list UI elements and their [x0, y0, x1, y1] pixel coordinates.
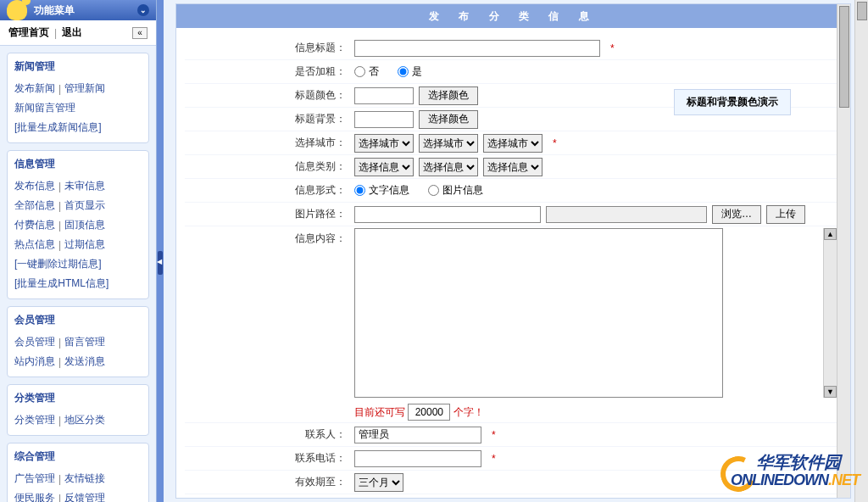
- input-contact[interactable]: [354, 427, 481, 443]
- page-title: 发 布 分 类 信 息: [176, 4, 850, 28]
- required-icon: *: [492, 429, 496, 441]
- radio-form-text[interactable]: [354, 185, 365, 196]
- menu-link[interactable]: 付费信息: [14, 218, 55, 232]
- select-cat-1[interactable]: 选择信息: [354, 158, 414, 176]
- menu-link[interactable]: 管理新闻: [64, 81, 105, 96]
- required-icon: *: [553, 137, 557, 149]
- menu-link[interactable]: [批量生成新闻信息]: [14, 120, 102, 135]
- browse-button[interactable]: 浏览…: [712, 205, 761, 224]
- menu-link[interactable]: 分类管理: [14, 413, 55, 427]
- group-icon: [126, 156, 142, 171]
- menu-link[interactable]: 广告管理: [14, 471, 55, 486]
- select-cat-2[interactable]: 选择信息: [419, 158, 478, 176]
- label-bold: 是否加粗：: [185, 64, 354, 79]
- menu-row: 会员管理|留言管理: [14, 332, 142, 352]
- menu-group: 综合管理广告管理|友情链接便民服务|反馈管理图片链接: [7, 443, 149, 502]
- input-title-color[interactable]: [354, 87, 414, 104]
- menu-link[interactable]: 会员管理: [14, 335, 55, 349]
- char-counter: 目前还可写 个字！: [354, 404, 837, 421]
- menu-link[interactable]: 未审信息: [64, 179, 105, 193]
- char-count-field[interactable]: [408, 404, 450, 421]
- menu-row: 发布新闻|管理新闻: [14, 79, 142, 98]
- menu-link[interactable]: 反馈管理: [64, 491, 105, 502]
- menu-row: 发布信息|未审信息: [14, 176, 142, 196]
- menu-link[interactable]: 便民服务: [14, 491, 55, 502]
- menu-link[interactable]: 地区分类: [64, 413, 105, 427]
- scroll-thumb[interactable]: [857, 2, 867, 20]
- divider-handle-icon[interactable]: [158, 251, 163, 275]
- menu-row: [一键删除过期信息]: [14, 254, 142, 274]
- menu-link[interactable]: 留言管理: [64, 335, 105, 349]
- textarea-content[interactable]: [354, 228, 723, 398]
- menu-link[interactable]: 友情链接: [64, 471, 105, 486]
- radio-bold-yes[interactable]: [398, 66, 409, 77]
- separator: |: [58, 473, 61, 485]
- scroll-thumb[interactable]: [839, 6, 849, 108]
- menu-link[interactable]: 固顶信息: [64, 218, 105, 232]
- separator: |: [58, 337, 61, 349]
- color-demo-box: 标题和背景颜色演示: [674, 89, 791, 115]
- sidebar-title: 功能菜单: [34, 3, 75, 18]
- menu-row: 全部信息|首页显示: [14, 196, 142, 215]
- required-icon: *: [492, 453, 496, 465]
- sidebar: 功能菜单 ⌄ 管理首页 | 退出 « 新闻管理发布新闻|管理新闻新闻留言管理[批…: [0, 0, 157, 502]
- menu-row: 付费信息|固顶信息: [14, 215, 142, 235]
- label-title-color: 标题颜色：: [185, 88, 354, 103]
- label-form: 信息形式：: [185, 183, 354, 198]
- nav-home[interactable]: 管理首页: [8, 25, 49, 40]
- menu-link[interactable]: 全部信息: [14, 198, 55, 213]
- radio-form-img[interactable]: [428, 185, 439, 196]
- menu-row: [批量生成新闻信息]: [14, 118, 142, 137]
- pane-divider[interactable]: [157, 0, 164, 502]
- menu-link[interactable]: 新闻留言管理: [14, 101, 75, 115]
- label-title-bg: 标题背景：: [185, 112, 354, 126]
- label-city: 选择城市：: [185, 136, 354, 150]
- collapse-icon[interactable]: «: [132, 27, 147, 39]
- select-cat-3[interactable]: 选择信息: [483, 158, 542, 176]
- row-img-path: 图片路径： 浏览… 上传: [185, 203, 837, 226]
- menu-link[interactable]: 发布信息: [14, 179, 55, 193]
- scroll-up-icon[interactable]: ▲: [824, 228, 837, 240]
- label-contact: 联系人：: [185, 427, 354, 442]
- subnav: 管理首页 | 退出 «: [0, 20, 156, 46]
- input-phone[interactable]: [354, 450, 481, 467]
- menu-link[interactable]: 热点信息: [14, 237, 55, 252]
- radio-form-img-label: 图片信息: [442, 183, 483, 198]
- menu-link[interactable]: 过期信息: [64, 237, 105, 252]
- menu-link[interactable]: 首页显示: [64, 198, 105, 213]
- input-img-path[interactable]: [354, 206, 541, 223]
- menu-link[interactable]: [批量生成HTML信息]: [14, 276, 108, 291]
- menu-link[interactable]: 站内消息: [14, 354, 55, 369]
- main-scrollbar[interactable]: [837, 4, 850, 498]
- menu-group: 分类管理分类管理|地区分类: [7, 384, 149, 436]
- choose-title-bg-button[interactable]: 选择颜色: [419, 110, 478, 129]
- outer-scrollbar[interactable]: [854, 0, 868, 502]
- select-period[interactable]: 三个月: [354, 473, 403, 492]
- chevron-down-icon[interactable]: ⌄: [137, 4, 149, 16]
- nav-logout[interactable]: 退出: [62, 25, 82, 40]
- radio-bold-no[interactable]: [354, 66, 365, 77]
- textarea-scrollbar[interactable]: ▲▼: [823, 228, 837, 398]
- scroll-down-icon[interactable]: ▼: [824, 386, 837, 398]
- label-title: 信息标题：: [185, 41, 354, 55]
- label-period: 有效期至：: [185, 475, 354, 489]
- menu-group: 新闻管理发布新闻|管理新闻新闻留言管理[批量生成新闻信息]: [7, 53, 149, 143]
- input-title[interactable]: [354, 40, 600, 57]
- choose-title-color-button[interactable]: 选择颜色: [419, 86, 478, 105]
- menu-row: 分类管理|地区分类: [14, 410, 142, 430]
- menu-row: 便民服务|反馈管理: [14, 488, 142, 502]
- group-icon: [126, 449, 142, 464]
- separator: |: [58, 83, 61, 95]
- row-content: 信息内容： ▲▼ * 目前还可写 个字！: [185, 226, 837, 423]
- upload-button[interactable]: 上传: [766, 205, 805, 224]
- menu-link[interactable]: [一键删除过期信息]: [14, 257, 102, 271]
- select-city-2[interactable]: 选择城市: [419, 134, 478, 153]
- menu-group: 会员管理会员管理|留言管理站内消息|发送消息: [7, 306, 149, 377]
- menu-link[interactable]: 发布新闻: [14, 81, 55, 96]
- menu-link[interactable]: 发送消息: [64, 354, 105, 369]
- select-city-3[interactable]: 选择城市: [483, 134, 542, 153]
- menu-row: 新闻留言管理: [14, 98, 142, 118]
- input-title-bg[interactable]: [354, 111, 414, 128]
- select-city-1[interactable]: 选择城市: [354, 134, 414, 153]
- row-contact: 联系人： *: [185, 423, 837, 447]
